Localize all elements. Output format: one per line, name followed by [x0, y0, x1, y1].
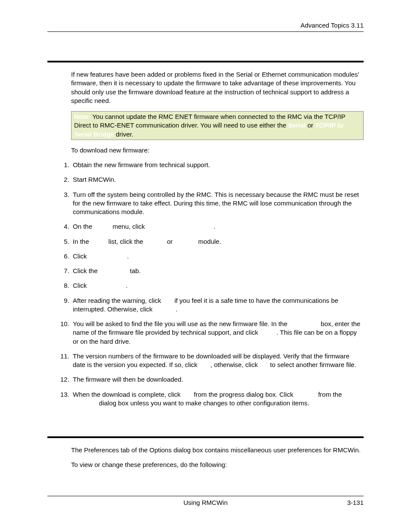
t: or: [165, 238, 174, 245]
t: list, click the: [106, 238, 145, 245]
lead-text: To download new firmware:: [71, 146, 364, 155]
b: Options: [73, 399, 97, 407]
step-1: Obtain the new firmware from technical s…: [71, 161, 364, 169]
intro-paragraph: If new features have been added or probl…: [71, 70, 364, 105]
t: You will be asked to find the file you w…: [73, 320, 289, 327]
header-right: Advanced Topics 3.11: [301, 22, 364, 29]
step-11: The version numbers of the firmware to b…: [71, 352, 364, 370]
t: .: [126, 282, 128, 289]
prefs-para-1: The Preferences tab of the Options dialo…: [71, 446, 364, 454]
step-12: The firmware will then be downloaded.: [71, 375, 364, 384]
b: Module Configuration: [146, 223, 213, 230]
steps-list: Obtain the new firmware from technical s…: [58, 161, 364, 408]
section-body-firmware: If new features have been added or probl…: [47, 70, 364, 408]
t: from the progress dialog box. Click: [192, 391, 295, 398]
t: .: [127, 252, 129, 260]
t: dialog box unless you want to make chang…: [97, 399, 309, 407]
b: Open: [260, 329, 276, 336]
b: OK: [163, 297, 173, 304]
note-bold-serial: Serial: [288, 121, 306, 129]
t: module.: [196, 238, 221, 245]
b: Sensor: [174, 238, 196, 245]
b: OK: [182, 391, 192, 398]
t: In the: [73, 238, 91, 245]
t: .: [175, 305, 177, 313]
b: No: [260, 361, 268, 368]
page: Advanced Topics 3.11 3.11.17 Downloading…: [0, 0, 411, 532]
note-label: Note:: [74, 113, 90, 120]
b: File name: [289, 320, 319, 327]
step-7: Click the Firmware tab.: [71, 267, 364, 275]
t: from the: [316, 391, 342, 398]
step-4: On the Tools menu, click Module Configur…: [71, 222, 364, 231]
step-2: Start RMCWin.: [71, 175, 364, 184]
step-6: Click Slot Options.: [71, 252, 364, 261]
page-header: Advanced Topics 3.11: [47, 22, 364, 32]
t: tab.: [128, 267, 140, 274]
b: Cancel: [154, 305, 175, 313]
b: Firmware: [100, 267, 128, 274]
t: menu, click: [111, 223, 146, 230]
t: , otherwise, click: [210, 361, 259, 368]
prefs-para-2: To view or change these preferences, do …: [71, 460, 364, 469]
section-title-preferences: 3.11.18 Editing Preferences: [47, 425, 364, 438]
section-title-firmware: 3.11.17 Downloading New Communication Fi…: [47, 49, 364, 62]
t: Click the: [73, 267, 100, 274]
footer-center: Using RMCWin: [47, 499, 364, 506]
step-3: Turn off the system being controlled by …: [71, 190, 364, 217]
footer-page-number: 3-131: [347, 499, 364, 506]
t: On the: [73, 223, 94, 230]
b: Update Now: [89, 282, 126, 289]
note-box: Note: You cannot update the RMC ENET fir…: [71, 111, 364, 140]
t: After reading the warning, click: [73, 297, 163, 304]
b: Tools: [94, 223, 111, 230]
note-text-e: driver.: [114, 131, 134, 138]
step-10: You will be asked to find the file you w…: [71, 320, 364, 346]
t: .: [213, 223, 215, 230]
page-footer: Using RMCWin 3-131: [47, 496, 364, 506]
t: Click: [73, 252, 89, 260]
b: Comm: [145, 238, 165, 245]
b: Slots: [91, 238, 107, 245]
t: Click: [73, 282, 89, 289]
step-13: When the download is complete, click OK …: [71, 390, 364, 408]
step-5: In the Slots list, click the Comm or Sen…: [71, 237, 364, 246]
t: When the download is complete, click: [73, 391, 182, 398]
step-8: Click Update Now.: [71, 281, 364, 290]
step-9: After reading the warning, click OK if y…: [71, 296, 364, 314]
b: Slot Options: [89, 252, 127, 260]
note-text-c: or: [306, 121, 315, 129]
t: to select another firmware file.: [268, 361, 356, 368]
section-body-preferences: The Preferences tab of the Options dialo…: [47, 446, 364, 470]
b: Cancel: [295, 391, 316, 398]
b: Yes: [199, 361, 210, 368]
